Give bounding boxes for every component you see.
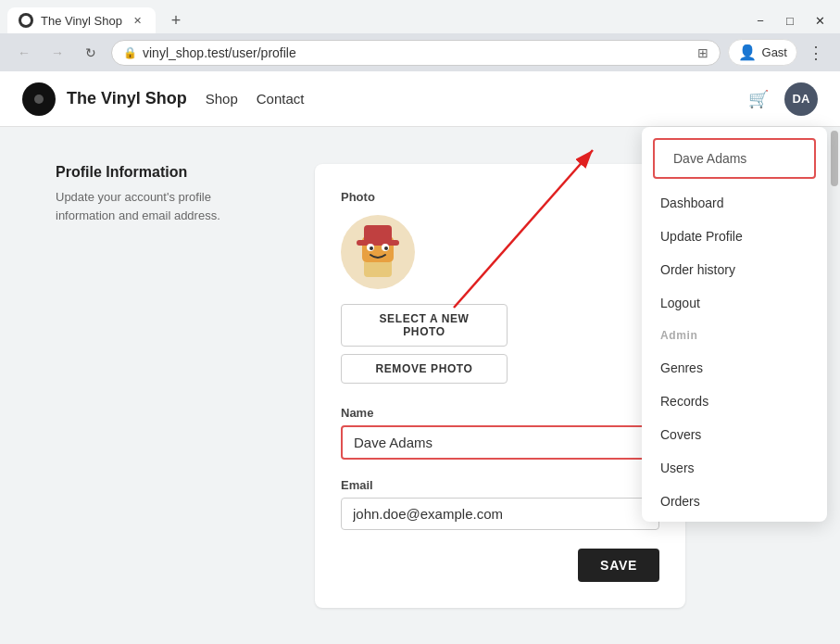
main-area: Profile Information Update your account'… (0, 127, 840, 644)
back-button[interactable]: ← (11, 40, 37, 66)
address-bar[interactable]: 🔒 vinyl_shop.test/user/profile ⊞ (111, 40, 721, 66)
name-input[interactable] (341, 425, 659, 460)
browser-titlebar: The Vinyl Shop ✕ + − □ ✕ (0, 0, 840, 33)
dropdown-item-users[interactable]: Users (642, 451, 827, 485)
dropdown-item-admin-label: Admin (642, 320, 827, 351)
nav-shop[interactable]: Shop (206, 91, 238, 107)
tab-title: The Vinyl Shop (41, 14, 122, 28)
refresh-button[interactable]: ↻ (78, 40, 104, 66)
dropdown-item-records[interactable]: Records (642, 385, 827, 418)
forward-button[interactable]: → (44, 40, 70, 66)
photo-label: Photo (341, 190, 659, 204)
save-button-container: SAVE (341, 549, 659, 582)
svg-rect-3 (364, 225, 392, 244)
minimize-button[interactable]: − (747, 7, 773, 33)
close-button[interactable]: ✕ (807, 7, 833, 33)
email-input[interactable] (341, 498, 659, 530)
new-tab-button[interactable]: + (163, 7, 189, 33)
dropdown-item-order-history[interactable]: Order history (642, 253, 827, 286)
window-controls: − □ ✕ (747, 7, 833, 33)
dropdown-item-dashboard[interactable]: Dashboard (642, 186, 827, 220)
avatar-preview (341, 215, 415, 289)
dropdown-item-covers[interactable]: Covers (642, 418, 827, 451)
avatar-image (341, 215, 415, 289)
name-form-group: Name (341, 406, 659, 460)
dropdown-item-orders[interactable]: Orders (642, 485, 827, 518)
profile-info-desc: Update your account's profile informatio… (56, 188, 259, 224)
profile-info-section: Profile Information Update your account'… (56, 164, 259, 608)
name-label: Name (341, 406, 659, 420)
site-name: The Vinyl Shop (67, 89, 187, 108)
remove-photo-button[interactable]: REMOVE PHOTO (341, 354, 508, 384)
browser-profile-label: Gast (762, 45, 787, 59)
site-nav: Shop Contact (206, 91, 305, 107)
browser-navbar: ← → ↻ 🔒 vinyl_shop.test/user/profile ⊞ 👤… (0, 33, 840, 71)
dropdown-item-genres[interactable]: Genres (642, 351, 827, 385)
svg-point-6 (370, 246, 373, 250)
browser-menu-button[interactable]: ⋮ (803, 40, 829, 66)
cart-button[interactable]: 🛒 (744, 84, 773, 114)
maximize-button[interactable]: □ (777, 7, 803, 33)
save-button[interactable]: SAVE (578, 549, 659, 582)
photo-section: Photo (341, 190, 659, 384)
site-logo (22, 82, 56, 116)
profile-info-title: Profile Information (56, 164, 259, 181)
lock-icon: 🔒 (123, 46, 137, 59)
translate-icon: ⊞ (697, 45, 708, 60)
user-dropdown-menu: Dave Adams Dashboard Update Profile Orde… (642, 127, 827, 522)
browser-profile-button[interactable]: 👤 Gast (728, 39, 797, 66)
browser-tab-active[interactable]: The Vinyl Shop ✕ (7, 7, 156, 33)
svg-point-7 (384, 246, 388, 250)
scrollbar-thumb[interactable] (831, 131, 838, 186)
dropdown-user-name: Dave Adams (653, 138, 816, 179)
select-photo-button[interactable]: SELECT A NEW PHOTO (341, 304, 508, 347)
email-form-group: Email (341, 478, 659, 530)
profile-area: 👤 Gast ⋮ (728, 39, 829, 66)
dropdown-item-logout[interactable]: Logout (642, 286, 827, 320)
tab-close-button[interactable]: ✕ (130, 13, 144, 28)
dropdown-item-update-profile[interactable]: Update Profile (642, 220, 827, 253)
header-right: 🛒 DA (744, 82, 818, 116)
email-label: Email (341, 478, 659, 492)
url-text: vinyl_shop.test/user/profile (143, 45, 692, 60)
browser-chrome: The Vinyl Shop ✕ + − □ ✕ ← → ↻ 🔒 vinyl_s… (0, 0, 840, 71)
page-content: The Vinyl Shop Shop Contact 🛒 DA Profile… (0, 71, 840, 644)
user-avatar-button[interactable]: DA (784, 82, 818, 116)
site-header: The Vinyl Shop Shop Contact 🛒 DA (0, 71, 840, 127)
nav-contact[interactable]: Contact (257, 91, 305, 107)
scrollbar[interactable] (829, 127, 840, 623)
form-card: Photo (315, 164, 685, 608)
favicon (19, 13, 33, 28)
